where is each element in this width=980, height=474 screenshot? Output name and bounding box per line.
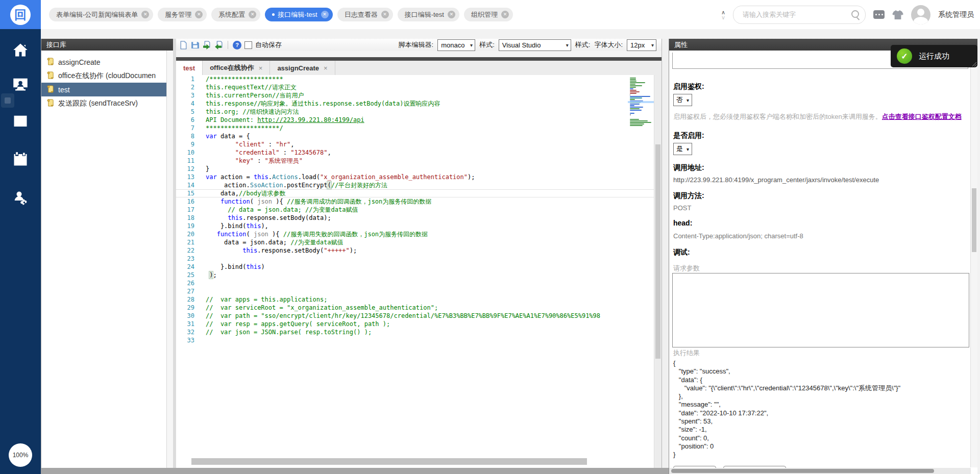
code-line[interactable]: 29// var serviceRoot = "x_organization_a… [176, 304, 662, 312]
code-line[interactable]: 22 this.response.setBody("+++++"); [176, 246, 662, 255]
request-params-textarea[interactable] [672, 273, 969, 347]
code-line[interactable]: 14 action.SsoAction.postEncrypt(//平台封装好的… [176, 181, 662, 189]
search-input[interactable] [742, 10, 846, 19]
editor-tab-label: assignCreate [277, 64, 319, 72]
font-size-select[interactable]: 12px▾ [627, 39, 656, 51]
code-line[interactable]: 28// var apps = this.applications; [176, 295, 662, 304]
library-item[interactable]: test [41, 83, 167, 96]
header-tab[interactable]: 日志查看器✕ [337, 8, 393, 21]
search-icon[interactable] [851, 10, 859, 18]
code-line[interactable]: 18 this.response.setBody(data); [176, 214, 662, 222]
code-line[interactable]: 19 }.bind(this), [176, 222, 662, 230]
code-line[interactable]: 1/******************** [176, 75, 662, 83]
app-logo[interactable]: 回 [0, 0, 41, 29]
code-line[interactable]: 5this.org; //组织快速访问方法 [176, 108, 662, 116]
toast-resize-grip[interactable] [971, 61, 976, 66]
code-line[interactable]: 20 function( json ){ //服务调用失败的回调函数，json为… [176, 230, 662, 238]
code-line[interactable]: 2this.requestText//请求正文 [176, 83, 662, 91]
library-scrollbar[interactable] [166, 51, 173, 468]
auth-doc-link[interactable]: 点击查看接口鉴权配置文档 [882, 113, 962, 120]
help-icon[interactable]: ? [233, 41, 241, 49]
code-line[interactable]: 6API Document: http://223.99.221.80:4199… [176, 116, 662, 124]
editor-vertical-scrollbar[interactable] [654, 75, 662, 468]
current-user-name[interactable]: 系统管理员 [938, 10, 974, 19]
save-icon[interactable] [191, 41, 200, 49]
code-line[interactable]: 3this.currentPerson//当前用户 [176, 91, 662, 99]
news-icon[interactable] [13, 114, 28, 129]
calendar-icon[interactable] [13, 152, 28, 167]
scrollbar-thumb[interactable] [671, 469, 934, 473]
import-icon[interactable] [203, 41, 211, 49]
code-line[interactable]: 32// var json = JSON.parse( resp.toStrin… [176, 328, 662, 336]
line-number: 4 [180, 99, 194, 108]
tab-close-icon[interactable]: ✕ [501, 11, 509, 18]
script-editor-select[interactable]: monaco▾ [437, 39, 475, 51]
tab-close-icon[interactable]: ✕ [381, 11, 389, 18]
code-line[interactable]: 8var data = { [176, 132, 662, 140]
code-line[interactable]: 7********************/ [176, 124, 662, 132]
export-icon[interactable] [214, 41, 223, 49]
code-line[interactable]: 30// var path = "sso/encrypt/client/hr/k… [176, 312, 662, 320]
code-line[interactable]: 24 }.bind(this) [176, 263, 662, 271]
code-line[interactable]: 33 [176, 336, 662, 344]
header-tab[interactable]: 接口编辑-test✕ [398, 8, 459, 21]
drawer-handle[interactable] [1, 93, 14, 108]
chevron-up-icon[interactable]: ∧ [721, 10, 725, 15]
code-line[interactable]: 17 // data = json.data; //为变量data赋值 [176, 206, 662, 214]
enable-select[interactable]: 是▾ [673, 143, 692, 155]
code-line[interactable]: 12} [176, 165, 662, 173]
editor-tab[interactable]: assignCreate× [270, 61, 335, 75]
minimap[interactable] [630, 78, 653, 128]
tab-close-icon[interactable]: × [259, 64, 263, 72]
properties-horizontal-scrollbar[interactable] [669, 468, 971, 474]
code-editor[interactable]: 1/********************2this.requestText/… [176, 75, 662, 468]
new-document-icon[interactable] [179, 41, 188, 49]
tab-close-icon[interactable]: ✕ [249, 11, 256, 18]
theme-skin-icon[interactable] [892, 10, 903, 20]
code-line[interactable]: 16 function( json ){ //服务调用成功的回调函数，json为… [176, 197, 662, 206]
code-line[interactable]: 9 "client" : "hr", [176, 140, 662, 148]
code-token: var [206, 173, 217, 181]
autosave-checkbox[interactable] [244, 41, 252, 49]
code-line[interactable]: 15 data,//body请求参数 [176, 189, 662, 197]
avatar[interactable] [911, 5, 930, 24]
code-line[interactable]: 4this.response//响应对象。通过this.response.set… [176, 99, 662, 108]
scrollbar-thumb[interactable] [972, 188, 976, 252]
header-tab[interactable]: 接口编辑-test✕ [265, 8, 332, 21]
properties-vertical-scrollbar[interactable] [970, 51, 977, 467]
code-line[interactable]: 11 "key" : "系统管理员" [176, 157, 662, 165]
editor-tab[interactable]: test [176, 61, 203, 75]
auth-select[interactable]: 否▾ [673, 94, 692, 106]
zoom-badge[interactable]: 100% [9, 443, 32, 467]
meeting-icon[interactable] [13, 77, 28, 92]
code-line[interactable]: 13var action = this.Actions.load("x_orga… [176, 173, 662, 181]
code-line[interactable]: 10 "credential" : "12345678", [176, 148, 662, 157]
tab-close-icon[interactable]: ✕ [321, 11, 329, 18]
user-settings-icon[interactable] [13, 190, 28, 206]
tab-close-icon[interactable]: ✕ [448, 11, 455, 18]
tab-close-icon[interactable]: × [324, 64, 328, 72]
editor-horizontal-scrollbar[interactable] [191, 458, 587, 465]
header-tab[interactable]: 系统配置✕ [211, 8, 260, 21]
header-tab[interactable]: 表单编辑-公司新闻编辑表单✕ [49, 8, 153, 21]
home-icon[interactable] [13, 42, 28, 58]
library-item[interactable]: office在线协作 (cloudDocumen [41, 69, 167, 83]
tab-close-icon[interactable]: ✕ [141, 11, 149, 18]
code-line[interactable]: 31// var resp = apps.getQuery( serviceRo… [176, 320, 662, 328]
header-tab[interactable]: 组织管理✕ [464, 8, 513, 21]
code-line[interactable]: 26 [176, 279, 662, 287]
chat-icon[interactable] [873, 10, 885, 19]
code-line[interactable]: 25 ); [176, 271, 662, 279]
chevron-down-icon[interactable]: ∨ [721, 15, 725, 20]
style-select[interactable]: Visual Studio▾ [499, 39, 571, 51]
editor-tab[interactable]: office在线协作× [203, 61, 270, 75]
tab-close-icon[interactable]: ✕ [195, 11, 203, 18]
tab-scroll-chevrons[interactable]: ∧ ∨ [721, 10, 725, 20]
code-line[interactable]: 27 [176, 287, 662, 295]
header-tab[interactable]: 服务管理✕ [158, 8, 207, 21]
library-item[interactable]: 发送跟踪 (sendTraceSrv) [41, 96, 167, 110]
scrollbar-thumb[interactable] [655, 144, 660, 359]
code-line[interactable]: 23 [176, 255, 662, 263]
code-line[interactable]: 21 data = json.data; //为变量data赋值 [176, 238, 662, 246]
library-item[interactable]: assignCreate [41, 55, 167, 69]
